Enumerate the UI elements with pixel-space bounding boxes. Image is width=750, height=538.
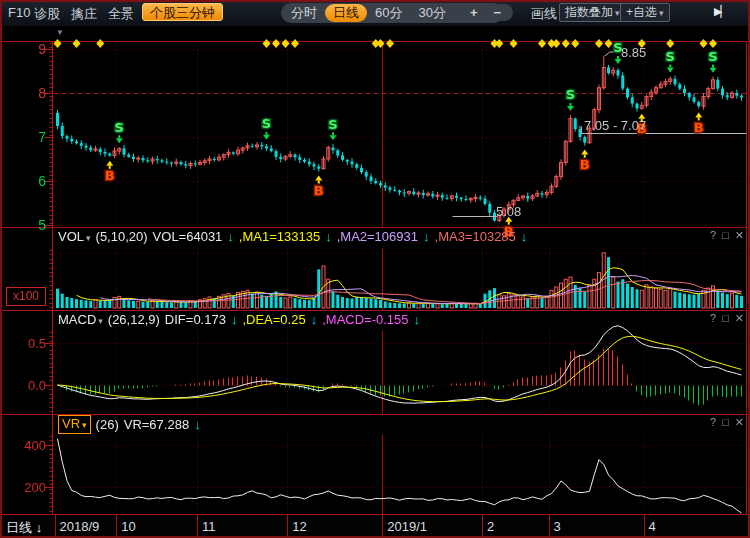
price-axis-label: 5: [6, 217, 46, 233]
volume-unit-label: x100: [6, 287, 46, 306]
f10-button[interactable]: F10: [8, 5, 30, 20]
date-separator: [549, 515, 550, 538]
chart-canvas[interactable]: [0, 26, 750, 515]
low-price-annotation: 5.08: [496, 204, 521, 219]
down-arrow-icon: ↓: [194, 417, 201, 432]
zoom-in-button[interactable]: +: [470, 4, 478, 21]
zoom-controls: + −: [458, 4, 513, 21]
add-watchlist-dropdown[interactable]: +自选▾: [620, 3, 670, 22]
close-icon[interactable]: ✕: [735, 229, 744, 242]
macd-indicator-dropdown[interactable]: MACD▾: [58, 312, 103, 327]
close-icon[interactable]: ✕: [735, 312, 744, 325]
vr-pane-header: VR▾ (26) VR=67.288 ↓: [58, 415, 201, 434]
down-arrow-icon: ↓: [325, 229, 332, 244]
chevron-down-icon: ▾: [615, 8, 620, 18]
vol-pane-header: VOL▾ (5,10,20) VOL=64031 ↓ ,MA1=133135 ↓…: [58, 229, 527, 244]
top-toolbar: F10 诊股 擒庄 全景 个股三分钟 分时 日线 60分 30分 周线▾ + −…: [0, 0, 750, 26]
chevron-down-icon: ▾: [98, 316, 103, 326]
down-arrow-icon: ↓: [423, 229, 430, 244]
chevron-down-icon: ▾: [659, 8, 664, 18]
maximize-icon[interactable]: □: [722, 229, 729, 242]
date-axis-bar: 日线 ↓ 2018/91011122019/1234: [0, 514, 750, 538]
draw-line-button[interactable]: 画线: [531, 5, 557, 23]
banker-button[interactable]: 擒庄: [71, 5, 97, 23]
price-axis-label: 9: [6, 41, 46, 57]
vol-params: (5,10,20): [96, 229, 148, 244]
tab-30min[interactable]: 30分: [410, 4, 453, 22]
vr-pane-icons: ? □ ✕: [710, 416, 744, 429]
vol-pane-icons: ? □ ✕: [710, 229, 744, 242]
high-price-annotation: 8.85: [621, 45, 646, 60]
dea-value: ,DEA=0.25: [242, 312, 305, 327]
vr-indicator-dropdown[interactable]: VR▾: [58, 415, 91, 434]
price-axis-label: 6: [6, 173, 46, 189]
date-label: 4: [649, 519, 656, 534]
macd-value: ,MACD=-0.155: [322, 312, 408, 327]
stock-3min-button[interactable]: 个股三分钟: [142, 3, 223, 21]
collapse-panel-icon[interactable]: ▶▏: [714, 5, 727, 18]
date-label: 12: [292, 519, 306, 534]
date-label: 3: [554, 519, 561, 534]
price-axis-label: 7: [6, 129, 46, 145]
date-separator: [197, 515, 198, 538]
vol-ma1-value: ,MA1=133135: [239, 229, 320, 244]
date-separator: [287, 515, 288, 538]
chevron-down-icon: ▾: [82, 420, 87, 430]
down-arrow-icon: ↓: [231, 312, 238, 327]
date-separator: [382, 515, 383, 538]
tab-realtime[interactable]: 分时: [283, 4, 325, 22]
vr-value: VR=67.288: [124, 417, 189, 432]
macd-axis-label: 0.5: [6, 336, 46, 351]
date-label: 2: [487, 519, 494, 534]
date-separator: [55, 515, 56, 538]
vol-value: VOL=64031: [153, 229, 223, 244]
down-arrow-icon: ↓: [36, 520, 43, 535]
macd-params: (26,12,9): [108, 312, 160, 327]
help-icon[interactable]: ?: [710, 229, 716, 242]
period-indicator[interactable]: 日线 ↓: [6, 519, 42, 537]
stock-chart-window: F10 诊股 擒庄 全景 个股三分钟 分时 日线 60分 30分 周线▾ + −…: [0, 0, 750, 538]
date-label: 11: [202, 519, 216, 534]
date-label: 2018/9: [60, 519, 100, 534]
vol-ma2-value: ,MA2=106931: [337, 229, 418, 244]
maximize-icon[interactable]: □: [722, 312, 729, 325]
date-separator: [644, 515, 645, 538]
maximize-icon[interactable]: □: [722, 416, 729, 429]
vr-axis-label: 200: [6, 480, 46, 495]
date-separator: [116, 515, 117, 538]
down-arrow-icon: ↓: [311, 312, 318, 327]
diagnose-button[interactable]: 诊股: [34, 5, 60, 23]
vol-indicator-dropdown[interactable]: VOL▾: [58, 229, 91, 244]
range-price-annotation: 7.05 - 7.07: [584, 118, 646, 133]
macd-pane-header: MACD▾ (26,12,9) DIF=0.173 ↓ ,DEA=0.25 ↓ …: [58, 312, 420, 327]
help-icon[interactable]: ?: [710, 312, 716, 325]
overview-button[interactable]: 全景: [108, 5, 134, 23]
zoom-out-button[interactable]: −: [494, 4, 502, 21]
vr-params: (26): [96, 417, 119, 432]
down-arrow-icon: ↓: [414, 312, 421, 327]
price-axis-label: 8: [6, 85, 46, 101]
dif-value: DIF=0.173: [165, 312, 226, 327]
date-separator: [482, 515, 483, 538]
date-label: 2019/1: [387, 519, 427, 534]
chevron-down-icon: ▾: [86, 233, 91, 243]
vol-ma3-value: ,MA3=103285: [435, 229, 516, 244]
macd-axis-label: 0.0: [6, 378, 46, 393]
down-arrow-icon: ↓: [227, 229, 234, 244]
tab-daily[interactable]: 日线: [325, 4, 367, 22]
main-indicator-caret[interactable]: ▼: [56, 28, 64, 37]
close-icon[interactable]: ✕: [735, 416, 744, 429]
date-label: 10: [121, 519, 135, 534]
down-arrow-icon: ↓: [521, 229, 528, 244]
index-overlay-dropdown[interactable]: 指数叠加▾: [559, 3, 626, 22]
macd-pane-icons: ? □ ✕: [710, 312, 744, 325]
help-icon[interactable]: ?: [710, 416, 716, 429]
tab-60min[interactable]: 60分: [367, 4, 410, 22]
vr-axis-label: 400: [6, 438, 46, 453]
